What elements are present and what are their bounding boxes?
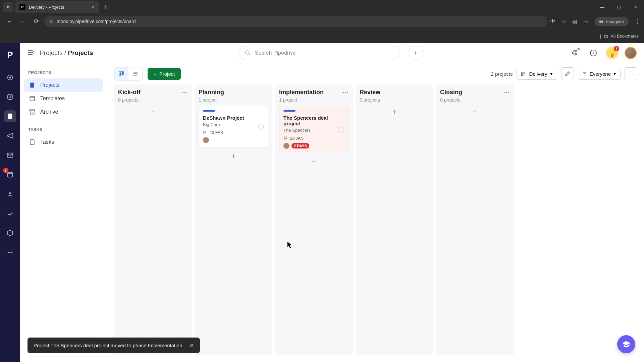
rail-item-mail[interactable] (4, 149, 16, 161)
status-circle[interactable] (338, 127, 344, 133)
close-window-icon[interactable]: ✕ (627, 0, 644, 14)
tab-search-button[interactable]: ▾ (3, 2, 13, 12)
user-avatar[interactable] (625, 47, 637, 59)
pencil-icon (565, 71, 570, 76)
flag-icon (283, 136, 288, 141)
browser-tab[interactable]: P Delivery - Projects ✕ (15, 1, 99, 13)
sidebar-item-projects[interactable]: Projects (24, 78, 103, 92)
sidebar-item-archive[interactable]: Archive (24, 105, 103, 119)
content: Projects / Projects Search Pipedrive + 💡 (20, 43, 644, 362)
svg-rect-16 (30, 140, 34, 145)
reload-button[interactable]: ⟳ (31, 16, 42, 27)
sidebar-item-label: Archive (40, 109, 58, 115)
board-view-button[interactable] (114, 67, 128, 80)
add-card-button[interactable]: + (199, 150, 268, 162)
visibility-icon[interactable]: 👁 (550, 18, 555, 24)
help-icon[interactable] (587, 47, 600, 59)
sidebar-collapse-icon[interactable] (28, 50, 34, 56)
board-column: Closing ⋯ 0 projects+ (436, 84, 514, 355)
svg-rect-13 (30, 96, 34, 101)
card-date: 28 JAN (283, 136, 344, 141)
rail-item-contacts[interactable] (4, 188, 16, 200)
chevron-down-icon: ▾ (550, 71, 553, 77)
search-input[interactable]: Search Pipedrive (238, 46, 399, 60)
global-add-button[interactable]: + (409, 46, 423, 60)
forward-button[interactable]: → (17, 16, 28, 27)
board-dropdown-label: Delivery (529, 71, 547, 77)
list-view-button[interactable] (128, 67, 143, 80)
column-more-icon[interactable]: ⋯ (262, 88, 268, 96)
rail-item-deals[interactable] (4, 91, 16, 103)
new-project-button[interactable]: + Project (148, 68, 181, 80)
sidebar-heading-projects: PROJECTS (24, 70, 103, 78)
card-title: The Spencers deal project (283, 115, 344, 126)
toast-close-icon[interactable]: ✕ (190, 342, 194, 349)
svg-point-9 (11, 252, 13, 253)
flag-icon (203, 130, 208, 135)
column-title: Planning (199, 89, 224, 96)
status-circle[interactable] (258, 124, 264, 130)
marketplace-icon[interactable] (568, 47, 581, 59)
academy-fab[interactable] (617, 335, 635, 353)
svg-point-1 (9, 77, 11, 78)
browser-menu-icon[interactable]: ⋮ (635, 18, 640, 25)
add-card-button[interactable]: + (118, 106, 188, 118)
site-settings-icon[interactable]: ⚙ (49, 19, 53, 24)
url-input[interactable]: ⚙ moodjoy.pipedrive.com/projects/board (44, 16, 547, 27)
breadcrumb: Projects / Projects (40, 49, 93, 57)
column-more-icon[interactable]: ⋯ (423, 88, 429, 96)
rail-item-projects[interactable] (4, 110, 16, 122)
maximize-icon[interactable]: ▢ (610, 0, 627, 14)
rail-item-activities[interactable]: 7 (4, 169, 16, 181)
project-card[interactable]: DeShawn Project Big Corp 10 FEB (199, 106, 268, 147)
tips-icon[interactable]: 💡 ? (606, 47, 619, 59)
toast: Project The Spencers deal project moved … (28, 338, 200, 353)
column-more-icon[interactable]: ⋯ (342, 88, 349, 96)
incognito-label: Incognito (606, 19, 624, 24)
svg-rect-12 (30, 83, 34, 88)
rail-item-focus[interactable] (4, 71, 16, 83)
add-card-button[interactable]: + (440, 106, 510, 118)
address-bar: ← → ⟳ ⚙ moodjoy.pipedrive.com/projects/b… (0, 14, 644, 29)
svg-rect-20 (522, 72, 523, 76)
sidebar-item-tasks[interactable]: Tasks (24, 135, 103, 149)
clipboard-icon (29, 82, 36, 88)
board-more-button[interactable]: ⋯ (625, 67, 637, 80)
column-more-icon[interactable]: ⋯ (503, 88, 510, 96)
project-card[interactable]: The Spencers deal project The Spencers 2… (279, 106, 349, 153)
rail-item-insights[interactable] (4, 207, 16, 220)
reader-icon[interactable]: ▤ (572, 18, 577, 25)
rail-item-products[interactable] (4, 227, 16, 239)
app-logo[interactable]: P (7, 50, 13, 60)
new-tab-button[interactable]: + (103, 3, 107, 11)
svg-point-7 (8, 252, 9, 253)
sidebar-item-label: Projects (40, 82, 60, 88)
rail-item-campaigns[interactable] (4, 130, 16, 142)
breadcrumb-root[interactable]: Projects (40, 49, 63, 56)
column-title: Kick-off (118, 89, 141, 96)
add-card-button[interactable]: + (360, 106, 429, 118)
column-more-icon[interactable]: ⋯ (181, 88, 188, 96)
tab-title: Delivery - Projects (29, 5, 88, 10)
bookmark-star-icon[interactable]: ☆ (561, 18, 566, 25)
rail-item-more[interactable] (4, 246, 16, 258)
svg-rect-3 (8, 114, 12, 119)
breadcrumb-sep: / (64, 49, 68, 56)
tab-close-icon[interactable]: ✕ (91, 4, 95, 10)
incognito-chip[interactable]: 🕶 Incognito (594, 17, 629, 26)
filter-dropdown[interactable]: Everyone ▾ (578, 68, 621, 80)
minimize-icon[interactable]: — (594, 0, 610, 14)
back-button[interactable]: ← (4, 16, 15, 27)
column-title: Closing (440, 89, 462, 96)
svg-rect-18 (121, 72, 122, 74)
app-root: P 7 Projects / Projects Sear (0, 43, 644, 362)
add-card-button[interactable]: + (279, 156, 349, 168)
body: PROJECTS Projects Templates Archive TASK… (20, 63, 644, 362)
all-bookmarks-link[interactable]: All Bookmarks (611, 34, 639, 39)
sidebar-item-templates[interactable]: Templates (24, 92, 103, 105)
edit-board-button[interactable] (561, 67, 574, 80)
templates-icon (29, 95, 36, 102)
sidepanel-icon[interactable]: ▭ (583, 18, 588, 25)
board-column: Kick-off ⋯ 0 projects+ (114, 84, 192, 355)
board-dropdown[interactable]: Delivery ▾ (517, 68, 557, 80)
